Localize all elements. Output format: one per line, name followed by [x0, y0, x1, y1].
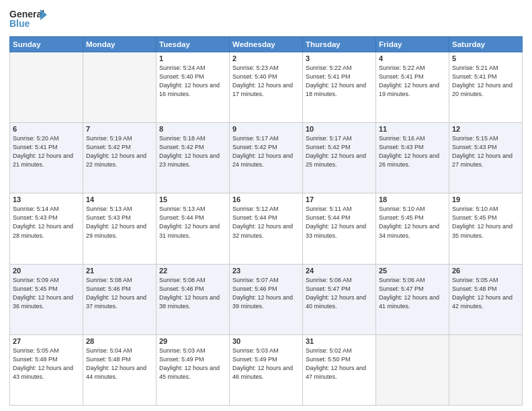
day-info: Sunrise: 5:11 AMSunset: 5:44 PMDaylight:… [306, 205, 373, 240]
day-info: Sunrise: 5:22 AMSunset: 5:41 PMDaylight:… [379, 64, 446, 99]
day-number: 4 [379, 54, 446, 62]
calendar-cell: 15Sunrise: 5:13 AMSunset: 5:44 PMDayligh… [157, 193, 230, 264]
calendar-cell: 4Sunrise: 5:22 AMSunset: 5:41 PMDaylight… [376, 52, 449, 123]
calendar-cell [449, 334, 523, 405]
calendar-cell: 11Sunrise: 5:16 AMSunset: 5:43 PMDayligh… [376, 123, 449, 193]
calendar-table: SundayMondayTuesdayWednesdayThursdayFrid… [9, 36, 523, 406]
day-info: Sunrise: 5:22 AMSunset: 5:41 PMDaylight:… [306, 64, 373, 99]
day-info: Sunrise: 5:17 AMSunset: 5:42 PMDaylight:… [306, 134, 373, 169]
calendar-cell: 14Sunrise: 5:13 AMSunset: 5:43 PMDayligh… [83, 193, 157, 264]
day-info: Sunrise: 5:10 AMSunset: 5:45 PMDaylight:… [379, 205, 446, 240]
day-number: 25 [379, 267, 446, 275]
calendar-cell: 5Sunrise: 5:21 AMSunset: 5:41 PMDaylight… [449, 52, 523, 123]
page: GeneralBlue SundayMondayTuesdayWednesday… [0, 0, 532, 411]
week-row-0: 1Sunrise: 5:24 AMSunset: 5:40 PMDaylight… [10, 52, 523, 123]
day-number: 15 [159, 195, 226, 203]
day-number: 27 [13, 337, 80, 345]
calendar-cell: 1Sunrise: 5:24 AMSunset: 5:40 PMDaylight… [157, 52, 230, 123]
day-info: Sunrise: 5:06 AMSunset: 5:47 PMDaylight:… [379, 276, 446, 311]
week-row-3: 20Sunrise: 5:09 AMSunset: 5:45 PMDayligh… [10, 264, 523, 334]
header: GeneralBlue [9, 7, 523, 32]
day-info: Sunrise: 5:05 AMSunset: 5:48 PMDaylight:… [13, 347, 80, 381]
svg-text:Blue: Blue [9, 18, 30, 29]
day-number: 26 [452, 267, 519, 275]
day-info: Sunrise: 5:19 AMSunset: 5:42 PMDaylight:… [86, 134, 153, 169]
day-info: Sunrise: 5:18 AMSunset: 5:42 PMDaylight:… [159, 134, 226, 169]
day-number: 21 [86, 267, 153, 275]
calendar-cell: 22Sunrise: 5:08 AMSunset: 5:46 PMDayligh… [157, 264, 230, 334]
day-info: Sunrise: 5:12 AMSunset: 5:44 PMDaylight:… [232, 205, 300, 240]
calendar-cell [83, 52, 157, 123]
day-info: Sunrise: 5:02 AMSunset: 5:50 PMDaylight:… [306, 347, 373, 381]
day-number: 6 [13, 125, 80, 133]
day-number: 11 [379, 125, 446, 133]
day-number: 7 [86, 125, 153, 133]
day-info: Sunrise: 5:03 AMSunset: 5:49 PMDaylight:… [232, 347, 300, 381]
calendar-cell: 12Sunrise: 5:15 AMSunset: 5:43 PMDayligh… [449, 123, 523, 193]
day-number: 1 [159, 54, 226, 62]
day-info: Sunrise: 5:15 AMSunset: 5:43 PMDaylight:… [452, 134, 519, 169]
day-info: Sunrise: 5:09 AMSunset: 5:45 PMDaylight:… [13, 276, 80, 311]
calendar-cell: 9Sunrise: 5:17 AMSunset: 5:42 PMDaylight… [230, 123, 303, 193]
day-info: Sunrise: 5:06 AMSunset: 5:47 PMDaylight:… [306, 276, 373, 311]
day-info: Sunrise: 5:10 AMSunset: 5:45 PMDaylight:… [452, 205, 519, 240]
calendar-cell: 3Sunrise: 5:22 AMSunset: 5:41 PMDaylight… [303, 52, 376, 123]
day-number: 29 [159, 337, 226, 345]
week-row-1: 6Sunrise: 5:20 AMSunset: 5:41 PMDaylight… [10, 123, 523, 193]
day-info: Sunrise: 5:21 AMSunset: 5:41 PMDaylight:… [452, 64, 519, 99]
calendar-cell: 7Sunrise: 5:19 AMSunset: 5:42 PMDaylight… [83, 123, 157, 193]
day-number: 9 [232, 125, 300, 133]
logo-svg: GeneralBlue [9, 7, 50, 32]
logo: GeneralBlue [9, 7, 50, 32]
weekday-header-thursday: Thursday [303, 37, 376, 52]
day-number: 28 [86, 337, 153, 345]
day-info: Sunrise: 5:04 AMSunset: 5:48 PMDaylight:… [86, 347, 153, 381]
day-number: 19 [452, 195, 519, 203]
day-info: Sunrise: 5:03 AMSunset: 5:49 PMDaylight:… [159, 347, 226, 381]
day-info: Sunrise: 5:05 AMSunset: 5:48 PMDaylight:… [452, 276, 519, 311]
calendar-cell: 2Sunrise: 5:23 AMSunset: 5:40 PMDaylight… [230, 52, 303, 123]
day-number: 31 [306, 337, 373, 345]
day-info: Sunrise: 5:20 AMSunset: 5:41 PMDaylight:… [13, 134, 80, 169]
weekday-header-sunday: Sunday [10, 37, 83, 52]
day-info: Sunrise: 5:13 AMSunset: 5:44 PMDaylight:… [159, 205, 226, 240]
day-number: 5 [452, 54, 519, 62]
day-number: 8 [159, 125, 226, 133]
weekday-header-wednesday: Wednesday [230, 37, 303, 52]
day-info: Sunrise: 5:08 AMSunset: 5:46 PMDaylight:… [86, 276, 153, 311]
calendar-cell: 26Sunrise: 5:05 AMSunset: 5:48 PMDayligh… [449, 264, 523, 334]
day-number: 16 [232, 195, 300, 203]
calendar-cell: 18Sunrise: 5:10 AMSunset: 5:45 PMDayligh… [376, 193, 449, 264]
calendar-cell: 10Sunrise: 5:17 AMSunset: 5:42 PMDayligh… [303, 123, 376, 193]
day-info: Sunrise: 5:14 AMSunset: 5:43 PMDaylight:… [13, 205, 80, 240]
calendar-cell [10, 52, 83, 123]
day-number: 30 [232, 337, 300, 345]
day-number: 10 [306, 125, 373, 133]
calendar-cell: 17Sunrise: 5:11 AMSunset: 5:44 PMDayligh… [303, 193, 376, 264]
day-info: Sunrise: 5:07 AMSunset: 5:46 PMDaylight:… [232, 276, 300, 311]
weekday-header-saturday: Saturday [449, 37, 523, 52]
day-number: 13 [13, 195, 80, 203]
calendar-cell: 13Sunrise: 5:14 AMSunset: 5:43 PMDayligh… [10, 193, 83, 264]
day-number: 12 [452, 125, 519, 133]
calendar-cell [376, 334, 449, 405]
calendar-cell: 31Sunrise: 5:02 AMSunset: 5:50 PMDayligh… [303, 334, 376, 405]
calendar-cell: 30Sunrise: 5:03 AMSunset: 5:49 PMDayligh… [230, 334, 303, 405]
calendar-cell: 16Sunrise: 5:12 AMSunset: 5:44 PMDayligh… [230, 193, 303, 264]
day-info: Sunrise: 5:16 AMSunset: 5:43 PMDaylight:… [379, 134, 446, 169]
day-info: Sunrise: 5:17 AMSunset: 5:42 PMDaylight:… [232, 134, 300, 169]
day-number: 14 [86, 195, 153, 203]
weekday-header-friday: Friday [376, 37, 449, 52]
calendar-cell: 27Sunrise: 5:05 AMSunset: 5:48 PMDayligh… [10, 334, 83, 405]
calendar-cell: 8Sunrise: 5:18 AMSunset: 5:42 PMDaylight… [157, 123, 230, 193]
weekday-header-tuesday: Tuesday [157, 37, 230, 52]
day-number: 23 [232, 267, 300, 275]
day-number: 18 [379, 195, 446, 203]
calendar-cell: 23Sunrise: 5:07 AMSunset: 5:46 PMDayligh… [230, 264, 303, 334]
day-info: Sunrise: 5:13 AMSunset: 5:43 PMDaylight:… [86, 205, 153, 240]
calendar-cell: 24Sunrise: 5:06 AMSunset: 5:47 PMDayligh… [303, 264, 376, 334]
day-info: Sunrise: 5:23 AMSunset: 5:40 PMDaylight:… [232, 64, 300, 99]
day-number: 20 [13, 267, 80, 275]
day-number: 3 [306, 54, 373, 62]
week-row-2: 13Sunrise: 5:14 AMSunset: 5:43 PMDayligh… [10, 193, 523, 264]
